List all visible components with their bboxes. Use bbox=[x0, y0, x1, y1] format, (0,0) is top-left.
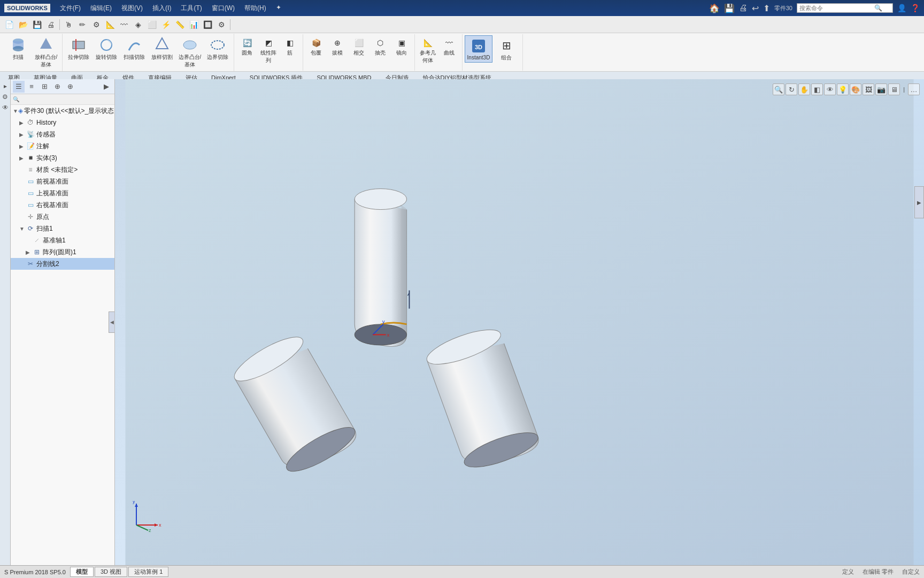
si-feature-tree[interactable]: ▸ bbox=[1, 81, 10, 91]
help-icon-btn[interactable]: ❓ bbox=[911, 4, 920, 12]
tree-item-pattern[interactable]: ▶ ⊞ 阵列(圆周)1 bbox=[11, 246, 114, 258]
tb-btn-boundary-cut[interactable]: 边界切除 bbox=[204, 35, 232, 63]
fp-icon-grid[interactable]: ⊞ bbox=[38, 81, 50, 93]
tb-select[interactable]: 🖱 bbox=[62, 18, 75, 31]
user-icon[interactable]: 👤 bbox=[897, 4, 906, 12]
tree-item-right-plane[interactable]: ▭ 右视基准面 bbox=[11, 199, 114, 211]
tb-settings[interactable]: ⚙ bbox=[215, 18, 228, 31]
tb-btn-loft[interactable]: 放样凸台/基体 bbox=[32, 35, 60, 70]
tree-item-front-plane[interactable]: ▭ 前视基准面 bbox=[11, 176, 114, 187]
tb-open[interactable]: 📂 bbox=[17, 18, 29, 31]
tree-item-origin[interactable]: ✛ 原点 bbox=[11, 211, 114, 223]
tb-btn-curves[interactable]: 〰 曲线 bbox=[438, 35, 460, 58]
search-box[interactable]: 🔍 bbox=[797, 3, 893, 13]
tb-btn-sweep-cut[interactable]: 扫描切除 bbox=[120, 35, 148, 63]
tb-sheet[interactable]: ⬜ bbox=[145, 18, 158, 31]
menu-tools[interactable]: 工具(T) bbox=[176, 3, 206, 14]
menu-insert[interactable]: 插入(I) bbox=[148, 3, 175, 14]
vt-pan-icon[interactable]: ✋ bbox=[798, 83, 810, 95]
tb-btn-mirror[interactable]: ⬡ 抽壳 bbox=[369, 35, 391, 58]
cursor-icon[interactable]: ⬆ bbox=[763, 3, 770, 13]
tb-curve[interactable]: 〰 bbox=[118, 18, 130, 31]
tb-smart[interactable]: ⚙ bbox=[90, 18, 103, 31]
tb-surface[interactable]: ◈ bbox=[132, 18, 144, 31]
si-display[interactable]: 👁 bbox=[1, 103, 10, 112]
vt-scene-icon[interactable]: 🖼 bbox=[863, 83, 874, 95]
fp-icon-pin[interactable]: ⊕ bbox=[64, 81, 76, 93]
tb-btn-wrap[interactable]: 📦 包覆 bbox=[305, 35, 327, 58]
tree-item-material[interactable]: ≡ 材质 <未指定> bbox=[11, 164, 114, 176]
menu-file[interactable]: 文件(F) bbox=[56, 3, 85, 14]
tb-btn-loft-cut[interactable]: 放样切割 bbox=[148, 35, 176, 63]
tree-item-sensors[interactable]: ▶ 📡 传感器 bbox=[11, 128, 114, 140]
tb-btn-combine[interactable]: ⊞ 组合 bbox=[492, 35, 520, 63]
undo-icon[interactable]: ↩ bbox=[752, 3, 759, 13]
menu-help[interactable]: 帮助(H) bbox=[240, 3, 271, 14]
fp-icon-list[interactable]: ≡ bbox=[26, 81, 37, 93]
sweep1-label: 扫描1 bbox=[36, 224, 53, 233]
tb-weld[interactable]: ⚡ bbox=[159, 18, 172, 31]
save-icon[interactable]: 💾 bbox=[724, 3, 735, 13]
tree-item-history[interactable]: ▶ ⏱ History bbox=[11, 117, 114, 128]
stab-3dview[interactable]: 3D 视图 bbox=[95, 567, 127, 577]
fp-icon-tree[interactable]: ☰ bbox=[13, 81, 25, 93]
vt-zoom-icon[interactable]: 🔍 bbox=[773, 83, 784, 95]
sweep-label: 扫描 bbox=[13, 54, 24, 61]
stab-motion[interactable]: 运动算例 1 bbox=[128, 567, 168, 577]
tb-btn-shell[interactable]: ⬜ 相交 bbox=[348, 35, 369, 58]
vt-section-icon[interactable]: ◧ bbox=[811, 83, 823, 95]
svg-line-31 bbox=[136, 525, 148, 530]
tb-btn-fillet[interactable]: 🔄 圆角 bbox=[236, 35, 258, 58]
status-sw-version: S Premium 2018 SP5.0 bbox=[4, 569, 66, 575]
stab-model[interactable]: 模型 bbox=[70, 567, 94, 577]
tb-btn-revolve-cut[interactable]: 旋转切除 bbox=[93, 35, 120, 63]
print-icon[interactable]: 🖨 bbox=[739, 3, 748, 13]
right-panel-collapse[interactable]: ▶ bbox=[914, 186, 924, 218]
vt-rotate-icon[interactable]: ↻ bbox=[786, 83, 797, 95]
tree-item-annotations[interactable]: ▶ 📝 注解 bbox=[11, 140, 114, 152]
tb-btn-extrude-cut[interactable]: 拉伸切除 bbox=[65, 35, 93, 63]
tb-btn-pattern[interactable]: ▣ 镜向 bbox=[391, 35, 412, 58]
vt-appear-icon[interactable]: 🎨 bbox=[850, 83, 861, 95]
fp-icon-filter[interactable]: ⊕ bbox=[51, 81, 63, 93]
tree-item-axis1[interactable]: ⟋ 基准轴1 bbox=[11, 234, 114, 246]
filter-input[interactable] bbox=[19, 96, 112, 103]
tb-btn-instant3d[interactable]: 3D Instant3D bbox=[465, 35, 492, 63]
tree-item-top-plane[interactable]: ▭ 上视基准面 bbox=[11, 187, 114, 199]
menu-window[interactable]: 窗口(W) bbox=[207, 3, 239, 14]
fp-expand-btn[interactable]: ▶ bbox=[101, 81, 112, 93]
tb-btn-intersect[interactable]: ⊕ 拔模 bbox=[327, 35, 348, 58]
vt-more-icon[interactable]: … bbox=[908, 83, 920, 95]
tree-item-split-line2[interactable]: ✂ 分割线2 bbox=[11, 258, 114, 270]
vt-monitor-icon[interactable]: 🖥 bbox=[888, 83, 900, 95]
tb-new[interactable]: 📄 bbox=[3, 18, 16, 31]
search-input[interactable] bbox=[799, 5, 874, 11]
tree-part-root[interactable]: ▼ ◈ 零件30 (默认<<默认>_显示状态 1>) bbox=[11, 105, 114, 117]
si-properties[interactable]: ⚙ bbox=[1, 92, 10, 102]
tb-btn-boundary[interactable]: 边界凸台/基体 bbox=[176, 35, 204, 70]
panel-collapse-btn[interactable]: ◀ bbox=[109, 311, 115, 333]
tb-btn-sweep[interactable]: 扫描 bbox=[4, 35, 32, 63]
tree-item-solid-bodies[interactable]: ▶ ◾ 实体(3) bbox=[11, 152, 114, 164]
home-icon[interactable]: 🏠 bbox=[709, 3, 720, 13]
tb-btn-draft[interactable]: ◧ 筋 bbox=[279, 35, 301, 58]
tb-ref[interactable]: 📐 bbox=[104, 18, 117, 31]
vt-display-icon[interactable]: 👁 bbox=[824, 83, 836, 95]
menu-view[interactable]: 视图(V) bbox=[117, 3, 147, 14]
menu-extra[interactable]: ✦ bbox=[272, 3, 286, 14]
tb-dim[interactable]: 📏 bbox=[173, 18, 186, 31]
tb-btn-ref-geo[interactable]: 📐 参考几何体 bbox=[417, 35, 438, 65]
vt-camera-icon[interactable]: 📷 bbox=[875, 83, 887, 95]
tb-save[interactable]: 💾 bbox=[30, 18, 43, 31]
filter-bar[interactable]: 🔍 bbox=[11, 94, 114, 105]
tree-item-sweep1[interactable]: ▼ ⟳ 扫描1 bbox=[11, 223, 114, 234]
menu-edit[interactable]: 编辑(E) bbox=[86, 3, 116, 14]
combine-label: 组合 bbox=[501, 54, 512, 62]
tb-view3d[interactable]: 🔲 bbox=[201, 18, 214, 31]
tb-sketch[interactable]: ✏ bbox=[76, 18, 89, 31]
tb-btn-chamfer[interactable]: ◩ 线性阵列 bbox=[258, 35, 279, 65]
3d-viewport[interactable]: x y bbox=[115, 79, 924, 565]
tb-print[interactable]: 🖨 bbox=[44, 18, 57, 31]
vt-light-icon[interactable]: 💡 bbox=[837, 83, 849, 95]
tb-measure[interactable]: 📊 bbox=[187, 18, 200, 31]
